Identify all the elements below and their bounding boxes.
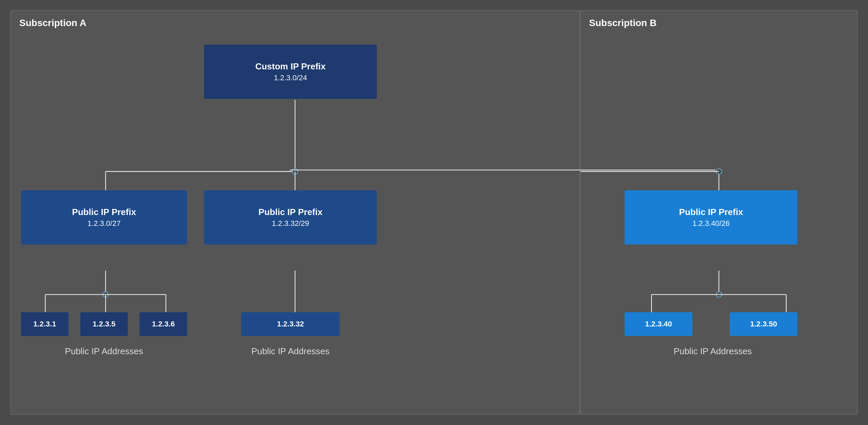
group-2-label: Public IP Addresses	[204, 346, 377, 357]
prefix-3-box: Public IP Prefix 1.2.3.40/26	[625, 190, 798, 245]
ip-3-2-text: 1.2.3.50	[750, 320, 777, 328]
ip-3-1-text: 1.2.3.40	[645, 320, 672, 328]
ip-1-2-text: 1.2.3.5	[93, 320, 115, 328]
ip-1-3-text: 1.2.3.6	[152, 320, 175, 328]
ip-box-1-3: 1.2.3.6	[140, 312, 187, 336]
prefix-2-subtitle: 1.2.3.32/29	[272, 219, 309, 228]
ip-1-1-text: 1.2.3.1	[33, 320, 56, 328]
prefix-1-title: Public IP Prefix	[72, 207, 136, 217]
svg-point-14	[716, 292, 722, 297]
svg-point-2	[292, 169, 298, 174]
ip-box-2-1: 1.2.3.32	[241, 312, 340, 336]
prefix-1-subtitle: 1.2.3.0/27	[87, 219, 121, 228]
custom-ip-prefix-title: Custom IP Prefix	[255, 61, 326, 72]
svg-point-19	[716, 169, 722, 174]
custom-ip-prefix-subtitle: 1.2.3.0/24	[274, 73, 307, 82]
group-3-label: Public IP Addresses	[608, 346, 818, 357]
custom-ip-prefix-box: Custom IP Prefix 1.2.3.0/24	[204, 45, 377, 99]
subscription-b-panel: Subscription B	[580, 10, 858, 415]
group-1-label: Public IP Addresses	[21, 346, 187, 357]
ip-box-1-2: 1.2.3.5	[80, 312, 128, 336]
ip-box-1-1: 1.2.3.1	[21, 312, 68, 336]
subscription-a-label: Subscription A	[19, 18, 86, 28]
svg-point-7	[103, 292, 108, 297]
prefix-2-title: Public IP Prefix	[259, 207, 323, 217]
ip-2-1-text: 1.2.3.32	[277, 320, 304, 328]
subscription-a-panel: Subscription A	[10, 10, 580, 415]
prefix-3-subtitle: 1.2.3.40/26	[692, 219, 730, 228]
prefix-1-box: Public IP Prefix 1.2.3.0/27	[21, 190, 187, 245]
subscription-b-label: Subscription B	[589, 18, 657, 28]
ip-box-3-1: 1.2.3.40	[625, 312, 692, 336]
ip-box-3-2: 1.2.3.50	[730, 312, 798, 336]
prefix-2-box: Public IP Prefix 1.2.3.32/29	[204, 190, 377, 245]
prefix-3-title: Public IP Prefix	[679, 207, 743, 217]
